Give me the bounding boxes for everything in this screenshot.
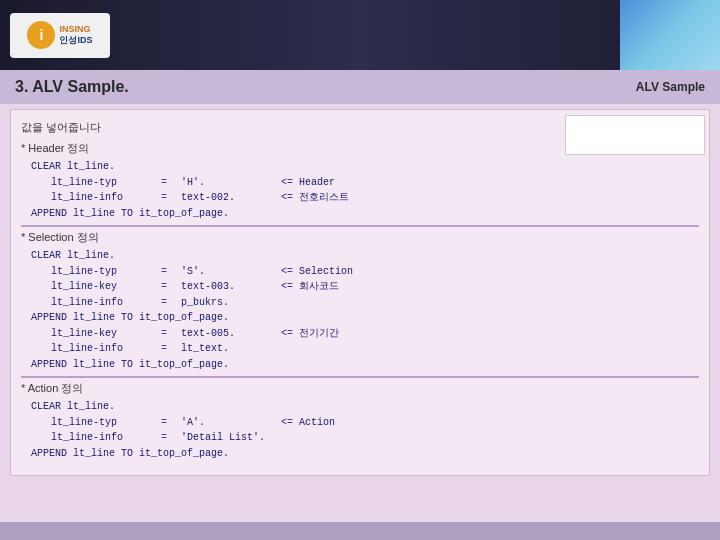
code-comment: <= Selection — [281, 264, 353, 280]
code-var: lt_line-typ — [51, 175, 161, 191]
code-val: lt_text. — [181, 341, 251, 357]
code-op: = — [161, 415, 181, 431]
code-val: text-002. — [181, 190, 251, 206]
code-line: lt_line-typ = 'S'. <= Selection — [51, 264, 699, 280]
code-op: = — [161, 190, 181, 206]
code-val: p_bukrs. — [181, 295, 251, 311]
code-line: lt_line-info = lt_text. — [51, 341, 699, 357]
code-line: lt_line-typ = 'A'. <= Action — [51, 415, 699, 431]
code-keyword: APPEND lt_line TO it_top_of_page. — [31, 357, 229, 373]
code-var: lt_line-typ — [51, 264, 161, 280]
code-comment: <= 회사코드 — [281, 279, 339, 295]
action-section: * Action 정의 CLEAR lt_line. lt_line-typ =… — [21, 381, 699, 461]
note-box — [565, 115, 705, 155]
code-line: CLEAR lt_line. — [31, 248, 699, 264]
code-val: 'S'. — [181, 264, 251, 280]
action-section-label: * Action 정의 — [21, 381, 699, 396]
main-content: 값을 넣어줍니다 * Header 정의 CLEAR lt_line. lt_l… — [10, 109, 710, 476]
code-var: lt_line-info — [51, 190, 161, 206]
code-var: lt_line-key — [51, 279, 161, 295]
logo: i INSING 인성IDS — [10, 13, 110, 58]
selection-section-label: * Selection 정의 — [21, 230, 699, 245]
code-line: lt_line-info = text-002. <= 전호리스트 — [51, 190, 699, 206]
code-line: lt_line-typ = 'H'. <= Header — [51, 175, 699, 191]
code-op: = — [161, 430, 181, 446]
code-val: 'H'. — [181, 175, 251, 191]
code-keyword: APPEND lt_line TO it_top_of_page. — [31, 206, 229, 222]
code-op: = — [161, 326, 181, 342]
code-comment: <= Action — [281, 415, 335, 431]
header-code-block: CLEAR lt_line. lt_line-typ = 'H'. <= Hea… — [31, 159, 699, 221]
title-bar: 3. ALV Sample. ALV Sample — [0, 70, 720, 104]
action-code-block: CLEAR lt_line. lt_line-typ = 'A'. <= Act… — [31, 399, 699, 461]
code-op: = — [161, 295, 181, 311]
code-op: = — [161, 341, 181, 357]
logo-area: i INSING 인성IDS — [10, 13, 110, 58]
code-line: APPEND lt_line TO it_top_of_page. — [31, 446, 699, 462]
code-keyword: APPEND lt_line TO it_top_of_page. — [31, 446, 229, 462]
code-var: lt_line-typ — [51, 415, 161, 431]
code-var: lt_line-info — [51, 341, 161, 357]
section-divider — [21, 376, 699, 378]
selection-section: * Selection 정의 CLEAR lt_line. lt_line-ty… — [21, 230, 699, 372]
code-op: = — [161, 175, 181, 191]
code-val: text-003. — [181, 279, 251, 295]
app-header: i INSING 인성IDS — [0, 0, 720, 70]
code-keyword: APPEND lt_line TO it_top_of_page. — [31, 310, 229, 326]
code-op: = — [161, 264, 181, 280]
code-val: 'A'. — [181, 415, 251, 431]
code-line: CLEAR lt_line. — [31, 159, 699, 175]
code-line: lt_line-info = p_bukrs. — [51, 295, 699, 311]
code-line: lt_line-key = text-005. <= 전기기간 — [51, 326, 699, 342]
footer — [0, 522, 720, 540]
selection-code-block: CLEAR lt_line. lt_line-typ = 'S'. <= Sel… — [31, 248, 699, 372]
code-keyword: CLEAR lt_line. — [31, 248, 115, 264]
code-var: lt_line-info — [51, 430, 161, 446]
code-line: lt_line-info = 'Detail List'. — [51, 430, 699, 446]
logo-text: 인성IDS — [59, 34, 92, 47]
code-val: 'Detail List'. — [181, 430, 265, 446]
code-val: text-005. — [181, 326, 251, 342]
logo-icon: i — [27, 21, 55, 49]
code-var: lt_line-key — [51, 326, 161, 342]
code-keyword: CLEAR lt_line. — [31, 399, 115, 415]
code-keyword: CLEAR lt_line. — [31, 159, 115, 175]
code-op: = — [161, 279, 181, 295]
code-comment: <= 전호리스트 — [281, 190, 349, 206]
code-line: APPEND lt_line TO it_top_of_page. — [31, 310, 699, 326]
code-line: APPEND lt_line TO it_top_of_page. — [31, 357, 699, 373]
page-title: 3. ALV Sample. — [15, 78, 129, 96]
code-line: APPEND lt_line TO it_top_of_page. — [31, 206, 699, 222]
code-comment: <= Header — [281, 175, 335, 191]
section-divider — [21, 225, 699, 227]
header-decoration — [620, 0, 720, 70]
code-line: lt_line-key = text-003. <= 회사코드 — [51, 279, 699, 295]
code-comment: <= 전기기간 — [281, 326, 339, 342]
code-line: CLEAR lt_line. — [31, 399, 699, 415]
code-var: lt_line-info — [51, 295, 161, 311]
tab-label: ALV Sample — [636, 80, 705, 94]
